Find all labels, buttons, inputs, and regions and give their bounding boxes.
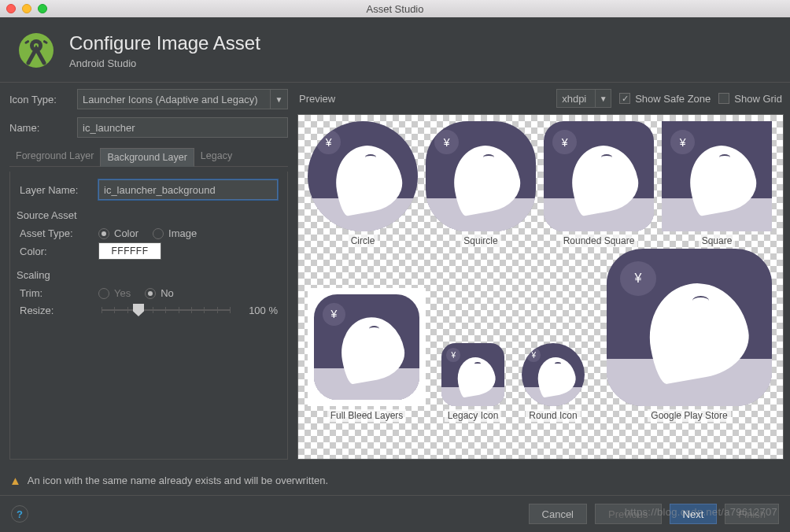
minimize-window-icon[interactable]	[22, 4, 31, 13]
android-studio-logo-icon	[17, 31, 55, 69]
show-grid-checkbox[interactable]: Show Grid	[718, 93, 782, 105]
source-asset-label: Source Asset	[17, 209, 281, 221]
scaling-label: Scaling	[17, 269, 281, 281]
warning-text: An icon with the same name already exist…	[28, 475, 328, 486]
show-safe-zone-checkbox[interactable]: Show Safe Zone	[619, 93, 711, 105]
radio-icon	[145, 288, 156, 299]
preview-full-bleed-label: Full Bleed Layers	[327, 409, 407, 422]
radio-icon	[98, 288, 109, 299]
asset-type-image-radio[interactable]: Image	[153, 227, 197, 239]
preview-square-icon: ¥	[662, 121, 772, 231]
preview-rounded-square-label: Rounded Square	[560, 235, 638, 247]
asset-type-color-radio[interactable]: Color	[98, 227, 138, 239]
asset-type-label: Asset Type:	[20, 227, 92, 239]
preview-square-label: Square	[699, 235, 736, 247]
color-swatch[interactable]: FFFFFF	[98, 242, 161, 260]
warning-icon: ▲	[9, 474, 21, 487]
warning-row: ▲ An icon with the same name already exi…	[0, 466, 790, 495]
icon-type-value: Launcher Icons (Adaptive and Legacy)	[83, 94, 258, 105]
layer-name-input[interactable]	[98, 179, 278, 200]
checkbox-icon	[619, 93, 630, 104]
preview-label: Preview	[299, 93, 335, 105]
preview-play-store-icon: ¥	[607, 249, 772, 406]
trim-no-radio[interactable]: No	[145, 287, 174, 299]
radio-icon	[98, 228, 109, 239]
slider-thumb-icon[interactable]	[133, 304, 144, 316]
name-input[interactable]	[77, 117, 288, 138]
preview-round-label: Round Icon	[526, 409, 580, 422]
preview-area: ¥ Circle ¥ Squircle ¥	[297, 114, 784, 460]
tab-legacy[interactable]: Legacy	[194, 147, 238, 166]
help-button[interactable]: ?	[11, 505, 28, 523]
trim-label: Trim:	[20, 287, 92, 299]
window-title: Asset Studio	[367, 3, 424, 15]
name-label: Name:	[9, 122, 71, 134]
radio-icon	[153, 228, 164, 239]
window-controls	[6, 4, 47, 13]
trim-yes-radio[interactable]: Yes	[98, 287, 131, 299]
page-subtitle: Android Studio	[69, 57, 260, 69]
previous-button[interactable]: Previous	[595, 504, 662, 524]
finish-button[interactable]: Finish	[725, 504, 779, 524]
cancel-button[interactable]: Cancel	[529, 504, 587, 524]
icon-type-select[interactable]: Launcher Icons (Adaptive and Legacy) ▼	[77, 89, 288, 109]
resize-label: Resize:	[20, 305, 92, 316]
chevron-down-icon: ▼	[270, 90, 287, 109]
density-value: xhdpi	[562, 93, 586, 105]
icon-type-label: Icon Type:	[9, 94, 71, 105]
preview-play-store-label: Google Play Store	[648, 409, 730, 422]
next-button[interactable]: Next	[670, 504, 718, 524]
resize-slider[interactable]	[102, 302, 231, 318]
preview-circle-label: Circle	[348, 235, 378, 247]
preview-full-bleed-icon: ¥	[308, 288, 426, 406]
density-select[interactable]: xhdpi ▼	[556, 89, 611, 108]
close-window-icon[interactable]	[6, 4, 16, 13]
page-title: Configure Image Asset	[69, 32, 260, 54]
maximize-window-icon[interactable]	[38, 4, 47, 13]
color-label: Color:	[20, 246, 92, 257]
preview-squircle-icon: ¥	[426, 121, 536, 231]
preview-circle-icon: ¥	[308, 121, 418, 231]
titlebar: Asset Studio	[0, 0, 790, 17]
preview-round-icon: ¥	[522, 343, 585, 406]
preview-squircle-label: Squircle	[460, 235, 500, 247]
tab-background-layer[interactable]: Background Layer	[100, 148, 194, 167]
resize-value: 100 %	[240, 305, 278, 316]
chevron-down-icon: ▼	[595, 90, 611, 107]
layer-tabs: Foreground Layer Background Layer Legacy	[9, 147, 288, 167]
preview-legacy-icon: ¥	[441, 343, 504, 406]
header-separator	[0, 82, 790, 83]
checkbox-icon	[718, 93, 729, 104]
tab-foreground-layer[interactable]: Foreground Layer	[9, 147, 100, 166]
preview-rounded-square-icon: ¥	[544, 121, 654, 231]
dialog-header: Configure Image Asset Android Studio	[0, 17, 790, 82]
layer-name-label: Layer Name:	[20, 184, 92, 196]
preview-legacy-label: Legacy Icon	[445, 409, 502, 422]
